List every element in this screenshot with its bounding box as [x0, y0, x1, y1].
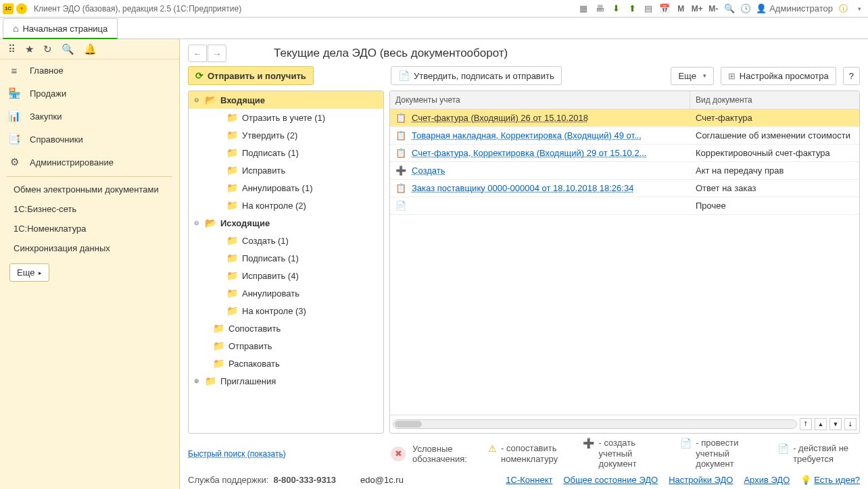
- sidebar-item-sales[interactable]: 🏪Продажи: [0, 82, 179, 105]
- compare-icon[interactable]: ⬆: [626, 3, 638, 15]
- tree-node[interactable]: 📁Аннулировать: [189, 284, 383, 302]
- sidebar-item-admin[interactable]: ⚙Администрирование: [0, 151, 179, 174]
- tree-outgoing[interactable]: ⊖ 📂 Исходящие: [189, 214, 383, 232]
- doc-link[interactable]: Создать: [412, 165, 445, 176]
- doc-type: Ответ на заказ: [690, 180, 859, 197]
- history-icon[interactable]: ↻: [43, 43, 52, 55]
- col-type[interactable]: Вид документа: [690, 91, 859, 109]
- nav-up-icon[interactable]: ▲: [815, 418, 827, 430]
- tree-match[interactable]: 📁Сопоставить: [189, 319, 383, 337]
- zoom-m-icon[interactable]: M: [675, 3, 687, 15]
- doc-link[interactable]: Счет-фактура (Входящий) 26 от 15.10.2018: [412, 113, 588, 123]
- clipboard-icon: 📋: [395, 148, 406, 158]
- tree-node[interactable]: 📁На контроле (2): [189, 197, 383, 214]
- doc-link[interactable]: Заказ поставщику 0000-000004 от 18.10.20…: [412, 183, 633, 193]
- collapse-icon[interactable]: ⊖: [193, 97, 201, 103]
- sidebar-item-refs[interactable]: 📑Справочники: [0, 128, 179, 151]
- nav-first-icon[interactable]: ⤒: [800, 418, 812, 430]
- tree-node[interactable]: 📁Утвердить (2): [189, 126, 383, 144]
- tab-bar: ⌂ Начальная страница: [0, 18, 868, 39]
- table-row[interactable]: 📋Заказ поставщику 0000-000004 от 18.10.2…: [390, 180, 859, 197]
- sidebar-link-nomen[interactable]: 1С:Номенклатура: [0, 219, 179, 238]
- link-edo-archive[interactable]: Архив ЭДО: [744, 475, 790, 485]
- star-icon[interactable]: ★: [25, 43, 34, 55]
- nav-last-icon[interactable]: ⤓: [844, 418, 857, 430]
- table-row[interactable]: ➕СоздатьАкт на передачу прав: [390, 162, 859, 180]
- print-icon[interactable]: 🖶: [594, 3, 606, 15]
- close-notice-button[interactable]: ✖: [391, 446, 406, 461]
- doc-link[interactable]: Счет-фактура, Корректировка (Входящий) 2…: [412, 148, 646, 158]
- tree-unpack[interactable]: 📁Распаковать: [189, 355, 383, 372]
- bell-icon[interactable]: 🔔: [84, 43, 97, 55]
- tree-send[interactable]: 📁Отправить: [189, 337, 383, 355]
- user-menu[interactable]: 👤 Администратор: [756, 3, 833, 14]
- tab-home[interactable]: ⌂ Начальная страница: [3, 18, 118, 39]
- calc-icon[interactable]: ▤: [642, 3, 654, 15]
- link-edo-status[interactable]: Общее состояние ЭДО: [563, 475, 658, 485]
- sidebar-link-sync[interactable]: Синхронизация данных: [0, 238, 179, 258]
- zoom-mminus-icon[interactable]: M-: [707, 3, 719, 15]
- app-dropdown-icon[interactable]: ▾: [16, 3, 27, 14]
- tree-node[interactable]: 📁Исправить: [189, 161, 383, 179]
- sidebar-more-button[interactable]: Еще▸: [9, 263, 49, 282]
- link-edo-settings[interactable]: Настройки ЭДО: [669, 475, 733, 485]
- search-icon[interactable]: 🔍: [62, 43, 74, 55]
- tree-node[interactable]: 📁Отразить в учете (1): [189, 109, 383, 126]
- help-button[interactable]: ?: [843, 67, 860, 85]
- zoom-mplus-icon[interactable]: M+: [691, 3, 703, 15]
- collapse-icon[interactable]: ⊖: [193, 220, 201, 226]
- col-documents[interactable]: Документы учета: [390, 91, 690, 109]
- expand-icon[interactable]: ⊕: [193, 378, 201, 384]
- plus-icon: ➕: [395, 165, 406, 176]
- tree-node[interactable]: 📁Исправить (4): [189, 267, 383, 284]
- tree-node[interactable]: 📁Подписать (1): [189, 249, 383, 267]
- sidebar-item-main[interactable]: ≡Главное: [0, 59, 179, 82]
- approve-button[interactable]: 📄 Утвердить, подписать и отправить: [391, 66, 562, 85]
- sidebar-link-biznet[interactable]: 1С:Бизнес-сеть: [0, 199, 179, 219]
- table-row[interactable]: 📋Счет-фактура (Входящий) 26 от 15.10.201…: [390, 109, 859, 127]
- table-row[interactable]: 📋Счет-фактура, Корректировка (Входящий) …: [390, 145, 859, 162]
- purchase-icon: 📊: [8, 110, 20, 122]
- doc-type: Акт на передачу прав: [690, 162, 859, 179]
- folder-icon: 📁: [226, 165, 238, 176]
- send-receive-button[interactable]: ⟳ Отправить и получить: [188, 66, 314, 85]
- folder-icon: 📁: [226, 270, 238, 281]
- folder-icon: 📁: [213, 358, 224, 369]
- doc-icon: 📄: [395, 201, 406, 211]
- tree-node[interactable]: 📁Аннулировать (1): [189, 179, 383, 197]
- apps-icon[interactable]: ⠿: [8, 43, 16, 55]
- view-settings-button[interactable]: ⊞ Настройка просмотра: [721, 67, 836, 85]
- folder-icon: 📁: [213, 340, 224, 351]
- horizontal-scrollbar[interactable]: [393, 419, 797, 429]
- window-title: Клиент ЭДО (базовая), редакция 2.5 (1С:П…: [34, 4, 241, 14]
- quick-search-link[interactable]: Быстрый поиск (показать): [188, 449, 286, 459]
- table-row[interactable]: 📋Товарная накладная, Корректировка (Вход…: [390, 127, 859, 145]
- idea-link[interactable]: 💡Есть идея?: [800, 475, 860, 485]
- table-row[interactable]: 📄Прочее: [390, 197, 859, 215]
- tree-node[interactable]: 📁На контроле (3): [189, 302, 383, 319]
- more-button[interactable]: Еще: [671, 67, 713, 85]
- tree-node[interactable]: 📁Создать (1): [189, 232, 383, 249]
- tool-doc-icon[interactable]: ▦: [577, 3, 589, 15]
- link-1c-connect[interactable]: 1С-Коннект: [506, 475, 552, 485]
- info-icon[interactable]: ⓘ: [837, 3, 849, 15]
- folder-icon: 📁: [226, 288, 238, 299]
- menu-dropdown-icon[interactable]: ▾: [853, 3, 865, 15]
- sidebar-item-purchases[interactable]: 📊Закупки: [0, 105, 179, 128]
- nav-down-icon[interactable]: ▼: [829, 418, 842, 430]
- tree-incoming[interactable]: ⊖ 📂 Входящие: [189, 91, 383, 109]
- legend-item: ⚠- сопоставить номенклатуру: [488, 443, 568, 464]
- zoom-in-icon[interactable]: 🔍: [723, 3, 736, 15]
- sidebar-link-edo[interactable]: Обмен электронными документами: [0, 180, 179, 199]
- folder-icon: 📁: [226, 130, 238, 140]
- nav-back-button[interactable]: ←: [188, 45, 207, 62]
- calendar-icon[interactable]: 📅: [658, 3, 671, 15]
- tree-invitations[interactable]: ⊕ 📁 Приглашения: [189, 372, 383, 390]
- doc-link[interactable]: Товарная накладная, Корректировка (Входя…: [412, 130, 642, 140]
- legend-item: 📄- провести учетный документ: [680, 438, 763, 469]
- doc-type: Прочее: [690, 197, 859, 214]
- clock-icon[interactable]: 🕓: [740, 3, 752, 15]
- nav-forward-button[interactable]: →: [208, 45, 226, 62]
- tree-node[interactable]: 📁Подписать (1): [189, 144, 383, 161]
- save-icon[interactable]: ⬇: [610, 3, 622, 15]
